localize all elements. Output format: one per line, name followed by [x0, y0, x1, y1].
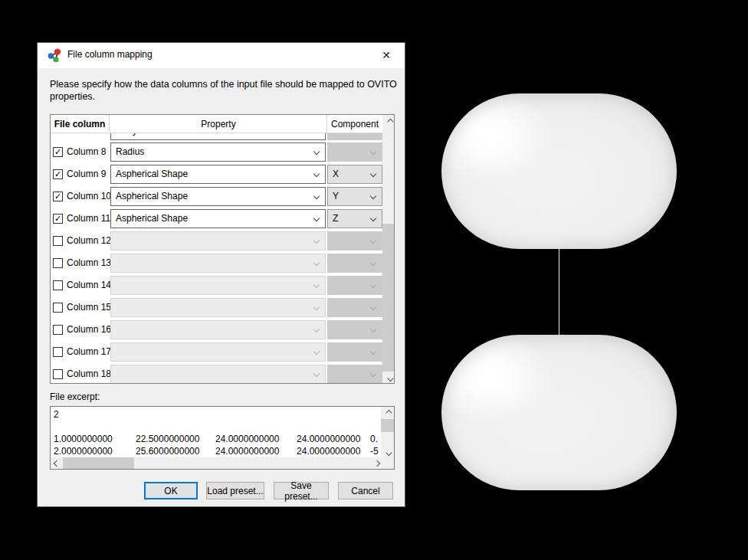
- file-excerpt-label: File excerpt:: [50, 391, 100, 402]
- table-row: Column 15: [51, 296, 382, 319]
- chevron-down-icon: [313, 171, 320, 177]
- chevron-down-icon: [370, 260, 376, 266]
- table-header-row: File column Property Component: [51, 115, 382, 133]
- cancel-button[interactable]: Cancel: [338, 482, 393, 499]
- row-label: Column 10: [67, 185, 111, 208]
- row-checkbox[interactable]: ✓: [53, 192, 63, 201]
- file-excerpt-value: 22.5000000000: [136, 434, 199, 444]
- file-column-mapping-dialog: File column mapping ✕ Please specify how…: [37, 42, 405, 507]
- component-dropdown: [327, 231, 382, 251]
- property-dropdown: [110, 254, 326, 273]
- row-checkbox[interactable]: [53, 325, 63, 335]
- dialog-title: File column mapping: [67, 49, 153, 60]
- excerpt-horizontal-scrollbar: [51, 457, 382, 469]
- row-checkbox[interactable]: [53, 303, 63, 313]
- file-excerpt-value: -5: [370, 446, 379, 457]
- component-dropdown[interactable]: Y: [327, 187, 382, 206]
- row-checkbox[interactable]: [53, 236, 63, 246]
- chevron-down-icon: [313, 237, 320, 244]
- component-dropdown[interactable]: Z: [327, 209, 382, 228]
- file-excerpt-value: 25.6000000000: [136, 446, 199, 457]
- bond-line: [559, 248, 559, 336]
- property-dropdown[interactable]: Aspherical Shape: [110, 187, 326, 206]
- component-dropdown: [327, 298, 382, 317]
- header-file-column: File column: [51, 115, 110, 133]
- scrollbar-corner: [381, 457, 394, 469]
- component-dropdown: [327, 342, 382, 362]
- row-label: Column 8: [67, 141, 106, 163]
- chevron-down-icon: [313, 282, 320, 288]
- excerpt-vertical-scrollbar: [381, 407, 394, 458]
- chevron-down-icon: [313, 326, 320, 332]
- component-dropdown: [327, 320, 382, 339]
- excerpt-scroll-down-icon[interactable]: [381, 447, 394, 458]
- header-component: Component: [326, 115, 382, 133]
- dialog-message: Please specify how the data columns of t…: [50, 78, 398, 103]
- row-checkbox[interactable]: [53, 280, 63, 290]
- property-dropdown[interactable]: Aspherical Shape: [110, 165, 326, 184]
- chevron-down-icon: [370, 149, 376, 155]
- excerpt-hscroll-thumb[interactable]: [63, 457, 134, 469]
- table-vertical-scrollbar: [382, 115, 395, 384]
- file-excerpt-value: 24.0000000000: [297, 446, 360, 457]
- ok-button[interactable]: OK: [144, 482, 198, 499]
- row-checkbox[interactable]: [53, 347, 63, 357]
- save-preset-button[interactable]: Save preset...: [274, 482, 329, 499]
- property-dropdown: [110, 365, 326, 384]
- component-dropdown: [327, 365, 382, 384]
- file-excerpt-value: 24.0000000000: [297, 434, 360, 444]
- property-dropdown: [110, 298, 326, 317]
- row-checkbox[interactable]: ✓: [53, 169, 63, 179]
- component-dropdown: [327, 254, 382, 273]
- row-checkbox[interactable]: ✓: [53, 147, 63, 157]
- row-label: Column 14: [67, 274, 111, 296]
- scroll-down-arrow-icon[interactable]: [382, 372, 395, 384]
- capsule-particle-top: [441, 93, 677, 249]
- table-row: Column 18: [51, 363, 382, 384]
- excerpt-scroll-up-icon[interactable]: [381, 407, 394, 418]
- component-dropdown: [327, 276, 382, 295]
- row-label: Column 9: [67, 163, 106, 185]
- file-excerpt-line: 2: [51, 409, 382, 421]
- excerpt-vscroll-thumb[interactable]: [381, 419, 394, 432]
- load-preset-button[interactable]: Load preset...: [206, 482, 264, 499]
- row-label: Column 16: [67, 319, 111, 341]
- file-excerpt-box[interactable]: 21.000000000022.500000000024.00000000002…: [50, 406, 395, 470]
- chevron-down-icon: [313, 304, 320, 310]
- file-excerpt-value: 0.: [370, 434, 378, 444]
- property-dropdown[interactable]: Radius: [110, 142, 326, 162]
- chevron-down-icon: [313, 215, 320, 221]
- table-row: Column 12: [51, 230, 382, 252]
- table-row: Column 13: [51, 252, 382, 274]
- file-excerpt-line: [51, 421, 382, 434]
- file-excerpt-value: 24.0000000000: [215, 434, 279, 444]
- close-icon[interactable]: ✕: [369, 43, 403, 67]
- column-mapping-table: File column Property Component y ✓Column…: [50, 114, 395, 384]
- property-dropdown[interactable]: Aspherical Shape: [110, 209, 326, 228]
- chevron-down-icon: [370, 326, 376, 332]
- scroll-up-arrow-icon[interactable]: [382, 115, 395, 128]
- chevron-down-icon: [370, 171, 376, 177]
- row-label: Column 15: [67, 296, 111, 319]
- table-row: ✓Column 10Aspherical ShapeY: [51, 185, 382, 208]
- table-row: ✓Column 9Aspherical ShapeX: [51, 163, 382, 185]
- dialog-titlebar[interactable]: File column mapping ✕: [38, 43, 405, 68]
- table-scrollbar-thumb[interactable]: [382, 224, 395, 372]
- partial-property-dropdown[interactable]: y: [110, 133, 326, 140]
- table-row: Column 16: [51, 319, 382, 341]
- file-excerpt-line: 1.000000000022.500000000024.000000000024…: [51, 434, 382, 446]
- capsule-particle-bottom: [441, 335, 677, 490]
- chevron-down-icon: [313, 149, 320, 155]
- chevron-down-icon: [370, 371, 376, 377]
- row-label: Column 12: [67, 230, 111, 252]
- row-checkbox[interactable]: [53, 369, 63, 379]
- row-label: Column 11: [67, 208, 110, 230]
- chevron-down-icon: [370, 304, 376, 310]
- excerpt-scroll-left-icon[interactable]: [51, 457, 62, 469]
- table-row: Column 17: [51, 341, 382, 363]
- table-row: ✓Column 11Aspherical ShapeZ: [51, 208, 382, 230]
- row-checkbox[interactable]: ✓: [53, 214, 63, 224]
- component-dropdown[interactable]: X: [327, 165, 382, 184]
- row-checkbox[interactable]: [53, 258, 63, 268]
- ovito-logo-icon: [48, 48, 61, 62]
